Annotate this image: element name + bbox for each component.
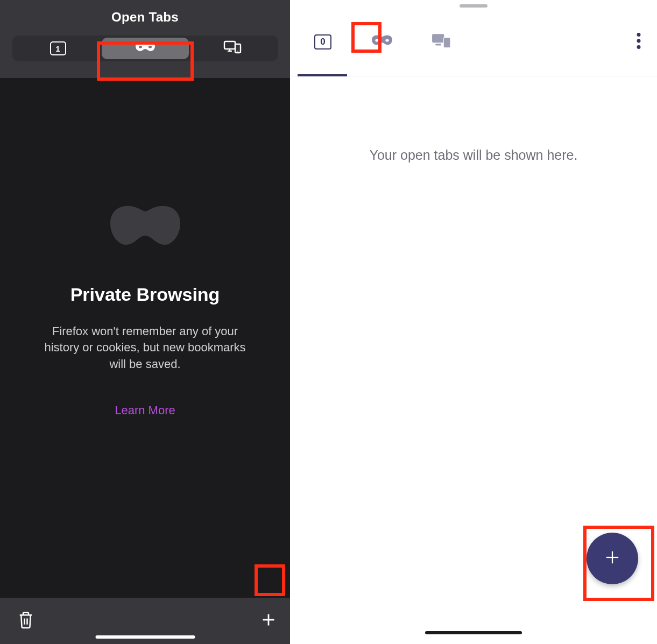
mask-icon [110, 204, 180, 256]
android-tabs-header: 0 [290, 8, 657, 76]
svg-point-14 [637, 45, 641, 49]
synced-devices-icon [223, 40, 242, 56]
synced-tabs-tab[interactable] [426, 26, 457, 58]
ios-tabs-panel: Open Tabs 1 [0, 0, 290, 644]
plus-icon [261, 612, 276, 629]
svg-rect-10 [435, 44, 441, 45]
empty-state-message: Your open tabs will be shown here. [370, 147, 578, 644]
tab-count-value: 1 [55, 44, 60, 53]
private-tabs-segment[interactable] [102, 38, 189, 59]
private-browsing-heading: Private Browsing [70, 284, 220, 305]
tab-count-icon: 1 [50, 41, 66, 55]
svg-rect-0 [224, 41, 235, 49]
learn-more-link[interactable]: Learn More [115, 404, 175, 417]
tabs-segmented-control: 1 [12, 36, 278, 61]
tabs-type-selector: 0 [307, 26, 457, 58]
mask-icon [372, 35, 392, 49]
new-tab-button[interactable] [257, 609, 280, 633]
mask-icon [136, 42, 155, 55]
synced-tabs-segment[interactable] [189, 38, 276, 59]
svg-point-12 [637, 33, 641, 37]
open-tabs-title: Open Tabs [111, 10, 179, 25]
tab-count-value: 0 [320, 37, 325, 47]
normal-tabs-segment[interactable]: 1 [15, 38, 102, 59]
overflow-menu-button[interactable] [637, 33, 641, 51]
active-tab-indicator [298, 74, 347, 76]
new-tab-fab[interactable] [587, 533, 638, 584]
svg-point-4 [237, 51, 238, 52]
private-browsing-info: Private Browsing Firefox won't remember … [0, 78, 290, 598]
synced-devices-icon [432, 33, 451, 51]
normal-tabs-tab[interactable]: 0 [307, 26, 338, 58]
svg-rect-11 [443, 37, 450, 47]
navigation-bar-indicator [425, 631, 522, 634]
ios-header: Open Tabs 1 [0, 0, 290, 78]
tab-count-icon: 0 [314, 34, 331, 49]
svg-rect-9 [432, 34, 444, 43]
home-indicator [95, 635, 195, 639]
kebab-menu-icon [637, 41, 641, 51]
svg-point-13 [637, 39, 641, 43]
private-browsing-description: Firefox won't remember any of your histo… [43, 323, 248, 372]
close-all-tabs-button[interactable] [14, 609, 38, 633]
trash-icon [18, 611, 34, 631]
plus-icon [604, 549, 620, 568]
android-tabs-panel: 0 [290, 0, 657, 644]
private-tabs-tab[interactable] [366, 26, 398, 58]
